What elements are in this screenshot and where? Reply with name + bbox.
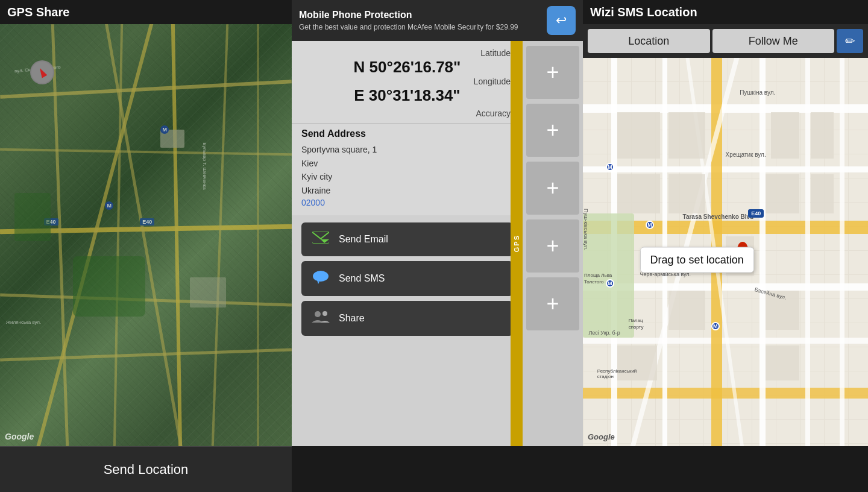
wizi-title: Wizi SMS Location [590, 5, 697, 19]
email-icon [311, 231, 330, 248]
gps-title-text: GPS Share [7, 5, 69, 19]
google-logo-right: Google [588, 432, 615, 441]
google-text-right: Google [588, 432, 615, 441]
plus-icon-3: + [546, 175, 559, 201]
tab-follow-me[interactable]: Follow Me [712, 29, 835, 53]
gps-label-bar: GPS [511, 41, 523, 446]
send-sms-label: Send SMS [339, 273, 385, 284]
plus-button-5[interactable]: + [526, 277, 579, 330]
wizi-header: Wizi SMS Location [583, 0, 868, 24]
bottom-bar: Send Location [0, 446, 868, 492]
plus-button-2[interactable]: + [526, 104, 579, 157]
street-map[interactable]: Пушкіна вул. Хрещатик вул. Tarasa Shevch… [583, 58, 868, 446]
wizi-sms-panel: Wizi SMS Location Location Follow Me ✏ [583, 0, 868, 446]
address-line1: Sportyvna square, 1 [301, 143, 513, 156]
svg-point-3 [313, 271, 329, 282]
compass [30, 60, 54, 84]
gps-share-panel: GPS Share [0, 0, 292, 446]
edit-icon: ✏ [845, 34, 855, 48]
longitude-label: Longitude: [301, 77, 513, 86]
tab-location[interactable]: Location [588, 29, 710, 53]
latitude-value: N 50°26'16.78" [301, 58, 513, 77]
middle-panel: Mobile Phone Protection Get the best val… [292, 0, 583, 446]
longitude-value: E 30°31'18.34" [301, 86, 513, 105]
address-section: Send Address Sportyvna square, 1 Kiev Ky… [292, 123, 523, 215]
action-buttons: Send Email Send SMS [292, 215, 523, 446]
share-people-icon [311, 309, 330, 327]
satellite-map[interactable]: E40 E40 M M вул. Скоропадського Жилянськ… [0, 24, 292, 446]
bottom-right-space [292, 446, 868, 492]
send-email-label: Send Email [339, 234, 388, 245]
tab-bar: Location Follow Me ✏ [583, 24, 868, 58]
sms-icon [311, 270, 330, 288]
svg-point-6 [322, 311, 327, 316]
map-bg: E40 E40 M M вул. Скоропадського Жилянськ… [0, 24, 292, 446]
drag-tooltip-text: Drag to set location [650, 253, 744, 265]
ad-text: Mobile Phone Protection Get the best val… [299, 10, 541, 31]
coordinates-section: Latitude: N 50°26'16.78" Longitude: E 30… [292, 41, 523, 123]
address-line4: Ukraine [301, 184, 513, 197]
plus-button-1[interactable]: + [526, 46, 579, 99]
ad-share-icon: ↩ [556, 13, 567, 28]
plus-icon-5: + [546, 291, 559, 317]
share-button[interactable]: Share [301, 301, 513, 336]
plus-button-3[interactable]: + [526, 162, 579, 215]
address-line3: Kyiv city [301, 170, 513, 183]
address-line2: Kiev [301, 157, 513, 170]
ad-share-button[interactable]: ↩ [547, 6, 576, 35]
plus-icon-4: + [546, 233, 559, 259]
google-logo-left: Google [5, 432, 34, 441]
drag-tooltip: Drag to set location [640, 247, 754, 273]
plus-button-4[interactable]: + [526, 219, 579, 273]
send-location-label: Send Location [104, 462, 189, 478]
compass-needle [37, 67, 48, 78]
tab-edit-button[interactable]: ✏ [837, 29, 863, 53]
ad-subtitle: Get the best value and protection McAfee… [299, 23, 541, 31]
svg-point-5 [315, 311, 321, 317]
send-location-button[interactable]: Send Location [0, 446, 292, 492]
send-sms-button[interactable]: Send SMS [301, 261, 513, 296]
latitude-label: Latitude: [301, 48, 513, 58]
send-email-button[interactable]: Send Email [301, 222, 513, 256]
plus-icon-2: + [546, 118, 559, 143]
address-title: Send Address [301, 128, 513, 139]
ad-banner: Mobile Phone Protection Get the best val… [292, 0, 583, 41]
gps-label-text: GPS [513, 235, 520, 252]
ad-title: Mobile Phone Protection [299, 10, 541, 20]
side-plus-buttons: + + + + + [523, 41, 583, 446]
share-label: Share [339, 313, 365, 324]
address-zip-link[interactable]: 02000 [301, 198, 325, 207]
plus-icon-1: + [546, 60, 559, 85]
accuracy-label: Accuracy: [301, 109, 513, 118]
gps-share-title: GPS Share [0, 0, 292, 24]
